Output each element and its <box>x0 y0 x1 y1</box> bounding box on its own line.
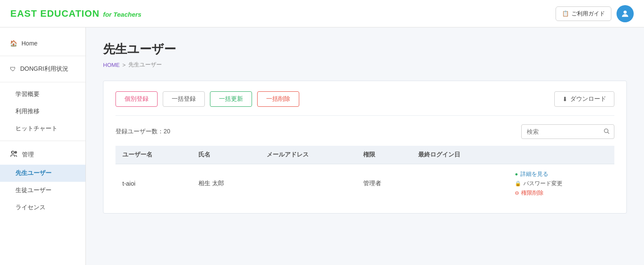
breadcrumb-current: 先生ユーザー <box>128 61 162 69</box>
sidebar-item-teacher-users[interactable]: 先生ユーザー <box>0 165 85 182</box>
download-icon: ⬇ <box>562 96 568 102</box>
toolbar: 個別登録 一括登録 一括更新 一括削除 ⬇ ダウンロード <box>115 91 614 116</box>
sidebar-label-dongri: DONGRI利用状況 <box>20 65 68 73</box>
download-button[interactable]: ⬇ ダウンロード <box>554 91 614 107</box>
main-content: 先生ユーザー HOME > 先生ユーザー 個別登録 一括登録 一括更新 一括削除… <box>86 27 644 265</box>
svg-point-0 <box>623 10 626 13</box>
col-fullname: 氏名 <box>191 146 260 164</box>
sidebar: 🏠 Home 🛡 DONGRI利用状況 学習概要 利用推移 ヒットチャート <box>0 27 86 265</box>
sidebar-label-teacher-users: 先生ユーザー <box>15 169 52 176</box>
remove-link[interactable]: ⊖ 権限削除 <box>515 189 608 197</box>
header-right: 📋 ご利用ガイド <box>556 5 634 22</box>
sidebar-item-management[interactable]: 管理 <box>0 145 85 165</box>
sidebar-item-home[interactable]: 🏠 Home <box>0 34 85 52</box>
sidebar-label-hittchart: ヒットチャート <box>15 125 58 132</box>
bulk-update-button[interactable]: 一括更新 <box>210 91 252 107</box>
breadcrumb-home[interactable]: HOME <box>103 62 120 68</box>
download-label: ダウンロード <box>570 95 606 103</box>
table-row: t-aioi 相生 太郎 管理者 <box>115 164 614 203</box>
guide-icon: 📋 <box>562 10 569 17</box>
cell-last-login <box>411 164 508 203</box>
svg-point-3 <box>15 152 16 153</box>
cell-email <box>260 164 356 203</box>
home-icon: 🏠 <box>10 40 17 47</box>
svg-point-5 <box>605 129 608 133</box>
bulk-register-button[interactable]: 一括登録 <box>163 91 205 107</box>
sidebar-item-dongri[interactable]: 🛡 DONGRI利用状況 <box>0 60 85 78</box>
search-input[interactable] <box>522 125 599 138</box>
sidebar-item-license[interactable]: ライセンス <box>0 199 85 216</box>
sidebar-label-student-users: 生徒ユーザー <box>15 187 52 193</box>
lock-icon: 🔒 <box>515 181 521 187</box>
logo: EAST EDUCATION for Teachers <box>10 8 141 19</box>
table-head: ユーザー名 氏名 メールアドレス 権限 最終ログイン日 <box>115 146 614 164</box>
guide-label: ご利用ガイド <box>571 10 605 18</box>
col-role: 権限 <box>356 146 411 164</box>
sidebar-item-learning[interactable]: 学習概要 <box>0 86 85 103</box>
cell-actions: ● 詳細を見る 🔒 パスワード変更 ⊖ 権限削除 <box>508 164 614 203</box>
sidebar-divider-2 <box>0 82 85 82</box>
sidebar-label-home: Home <box>21 40 37 47</box>
logo-sub: for Teachers <box>103 11 141 18</box>
table-header-row: ユーザー名 氏名 メールアドレス 権限 最終ログイン日 <box>115 146 614 164</box>
detail-link[interactable]: ● 詳細を見る <box>515 170 608 178</box>
table-meta: 登録ユーザー数：20 <box>115 124 614 139</box>
svg-point-4 <box>12 152 12 153</box>
management-icon <box>10 150 18 159</box>
search-box <box>521 124 614 139</box>
sidebar-divider-1 <box>0 56 85 56</box>
user-count: 登録ユーザー数：20 <box>115 128 170 136</box>
cell-username: t-aioi <box>115 164 191 203</box>
minus-circle-icon: ⊖ <box>515 190 519 196</box>
avatar-button[interactable] <box>617 5 634 22</box>
col-email: メールアドレス <box>260 146 356 164</box>
individual-register-button[interactable]: 個別登録 <box>115 91 158 107</box>
col-last-login: 最終ログイン日 <box>411 146 508 164</box>
table-body: t-aioi 相生 太郎 管理者 <box>115 164 614 203</box>
cell-role: 管理者 <box>356 164 411 203</box>
svg-line-6 <box>608 132 609 133</box>
detail-icon: ● <box>515 171 518 177</box>
logo-main: EAST EDUCATION <box>10 8 100 19</box>
col-username: ユーザー名 <box>115 146 191 164</box>
sidebar-label-learning: 学習概要 <box>15 90 39 97</box>
sidebar-label-management: 管理 <box>22 151 34 159</box>
sidebar-divider-3 <box>0 141 85 141</box>
search-button[interactable] <box>599 125 614 139</box>
sidebar-item-hittchart[interactable]: ヒットチャート <box>0 120 85 137</box>
layout: 🏠 Home 🛡 DONGRI利用状況 学習概要 利用推移 ヒットチャート <box>0 27 644 265</box>
bulk-delete-button[interactable]: 一括削除 <box>257 91 299 107</box>
breadcrumb-separator: > <box>122 62 126 68</box>
sidebar-item-usage[interactable]: 利用推移 <box>0 103 85 120</box>
sidebar-label-usage: 利用推移 <box>15 108 39 114</box>
password-link[interactable]: 🔒 パスワード変更 <box>515 180 608 187</box>
main-card: 個別登録 一括登録 一括更新 一括削除 ⬇ ダウンロード 登録ユーザー数：20 <box>103 81 627 214</box>
sidebar-label-license: ライセンス <box>15 204 46 211</box>
guide-button[interactable]: 📋 ご利用ガイド <box>556 6 611 21</box>
actions-cell: ● 詳細を見る 🔒 パスワード変更 ⊖ 権限削除 <box>515 170 608 197</box>
page-title: 先生ユーザー <box>103 41 627 57</box>
data-table: ユーザー名 氏名 メールアドレス 権限 最終ログイン日 t-aioi <box>115 146 614 203</box>
col-actions <box>508 146 614 164</box>
sidebar-item-student-users[interactable]: 生徒ユーザー <box>0 182 85 199</box>
breadcrumb: HOME > 先生ユーザー <box>103 61 627 69</box>
header: EAST EDUCATION for Teachers 📋 ご利用ガイド <box>0 0 644 27</box>
shield-icon: 🛡 <box>10 66 16 72</box>
cell-fullname: 相生 太郎 <box>191 164 260 203</box>
